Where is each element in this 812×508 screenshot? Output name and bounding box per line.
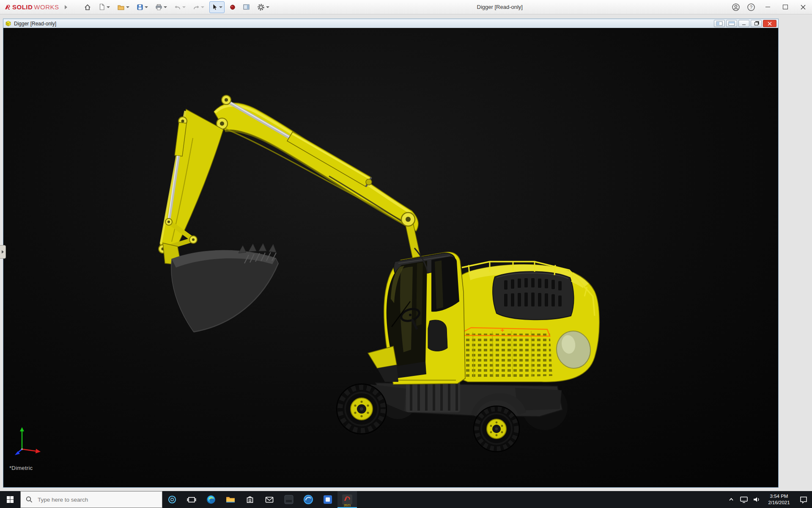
save-icon [137,4,143,11]
file-explorer-button[interactable] [221,491,240,508]
search-input[interactable] [37,496,153,503]
stick-group[interactable] [160,109,223,252]
dropdown-caret-icon[interactable] [164,6,167,8]
brand-text-solid: SOLID [12,3,33,11]
quick-access-toolbar [82,1,272,13]
tray-caret-icon [728,496,735,503]
file-explorer-icon [225,494,236,505]
select-arrow-icon [211,3,218,11]
document-title: Digger [Read-only] [14,21,56,27]
edge-icon [206,494,216,505]
edge-button[interactable] [201,491,221,508]
print-button[interactable] [153,1,169,13]
help-button[interactable]: ? [743,0,759,14]
split-vertical-icon [716,21,723,26]
wheel-front-left[interactable] [337,384,387,434]
doc-restore-button[interactable] [751,20,762,27]
cortana-icon [167,495,177,504]
orientation-triad[interactable] [13,425,43,456]
tray-expand-button[interactable] [725,491,738,508]
taskbar-clock[interactable]: 3:54 PM 2/16/2021 [763,491,795,508]
start-icon [6,496,14,503]
clock-time: 3:54 PM [770,493,788,500]
dropdown-caret-icon[interactable] [107,6,110,8]
options-button[interactable] [255,1,272,13]
boom-group[interactable] [214,103,418,231]
volume-icon [752,496,761,503]
view-orientation-label: *Dimetric [9,465,33,471]
restore-icon [754,22,758,25]
solidworks-taskbar-button[interactable]: 2021 [337,491,357,508]
undo-button[interactable] [172,1,188,13]
graphics-viewport[interactable]: *Dimetric [3,28,778,487]
home-icon [84,3,91,11]
doc-split-vertical-button[interactable] [714,20,725,27]
part-cube-icon [5,20,11,27]
task-pane-button[interactable] [241,1,252,13]
dropdown-caret-icon[interactable] [266,6,269,8]
dark-app-tile-button[interactable] [279,491,299,508]
svg-text:?: ? [750,5,752,10]
document-window: Digger [Read-only] [3,19,779,488]
new-document-button[interactable] [96,1,112,13]
taskbar-search[interactable] [20,491,162,508]
dropdown-caret-icon[interactable] [219,6,222,8]
wheel-rear-left[interactable] [474,406,519,452]
featuremanager-flyout-tab[interactable] [0,245,6,259]
open-button[interactable] [115,1,132,13]
home-button[interactable] [82,1,93,13]
store-button[interactable] [240,491,260,508]
digger-3d-model[interactable] [3,28,778,487]
maximize-icon [783,5,788,9]
blue-app-icon [323,494,333,505]
seat[interactable] [428,320,447,351]
chevron-right-icon [2,250,4,254]
app-close-button[interactable] [794,0,812,14]
dropdown-caret-icon[interactable] [145,6,148,8]
round-app-icon [303,494,313,505]
round-app-button[interactable] [299,491,318,508]
redo-button[interactable] [191,1,206,13]
minimize-icon [742,25,746,25]
user-account-button[interactable] [728,0,743,14]
dropdown-caret-icon[interactable] [182,6,186,8]
doc-split-horizontal-button[interactable] [726,20,737,27]
volume-tray-button[interactable] [750,491,763,508]
hydraulic-cylinder-stick[interactable] [229,102,372,187]
document-titlebar[interactable]: Digger [Read-only] [3,19,778,28]
select-tool-button[interactable] [209,1,225,13]
titlebar-controls: ? [728,0,812,14]
cortana-button[interactable] [162,491,182,508]
task-view-icon [187,494,197,505]
solidworks-menu[interactable]: SOLIDWORKS [4,3,67,11]
joint-pin [225,98,228,102]
blue-app-button[interactable] [318,491,337,508]
app-minimize-button[interactable] [759,0,776,14]
doc-minimize-button[interactable] [738,20,749,27]
engine-cover[interactable] [493,271,574,320]
app-window-title: Digger [Read-only] [272,4,728,10]
record-button[interactable] [228,1,238,13]
bucket-group[interactable] [163,243,278,332]
brand-expand-arrow-icon[interactable] [65,5,67,9]
brand-text-works: WORKS [34,3,59,11]
doc-close-button[interactable] [763,20,776,27]
display-tray-button[interactable] [738,491,750,508]
system-tray: 3:54 PM 2/16/2021 [725,491,812,508]
front-fender[interactable] [368,346,397,368]
help-icon: ? [747,3,755,11]
mail-icon [264,494,274,505]
cab-group[interactable] [368,252,465,384]
dropdown-caret-icon[interactable] [126,6,129,8]
save-button[interactable] [134,1,150,13]
options-gear-icon [257,3,265,11]
start-button[interactable] [0,491,20,508]
task-view-button[interactable] [182,491,201,508]
document-window-buttons [714,20,776,27]
action-center-button[interactable] [795,491,812,508]
close-icon [801,5,806,10]
mail-button[interactable] [260,491,279,508]
body-group[interactable] [451,261,599,382]
dropdown-caret-icon[interactable] [201,6,204,8]
app-maximize-button[interactable] [776,0,794,14]
